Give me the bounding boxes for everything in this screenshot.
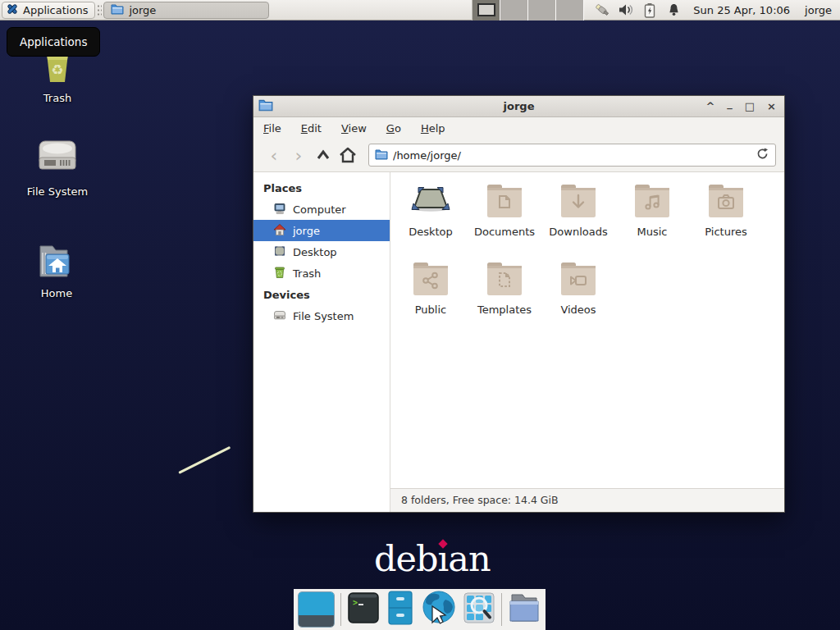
sidebar-item-label: Desktop bbox=[293, 246, 337, 258]
taskbar-window-label: jorge bbox=[129, 4, 156, 16]
xfce-logo-icon bbox=[6, 2, 19, 18]
folder-downloads-icon bbox=[557, 182, 600, 223]
applications-menu-label: Applications bbox=[23, 4, 88, 16]
workspace-1[interactable] bbox=[472, 0, 500, 21]
tool-icon[interactable] bbox=[594, 2, 610, 18]
volume-icon[interactable] bbox=[618, 2, 634, 18]
file-label: Desktop bbox=[409, 226, 453, 238]
app-finder-icon bbox=[463, 591, 495, 628]
desktop-icon-home-label: Home bbox=[41, 287, 72, 299]
panel-user-button[interactable]: jorge bbox=[801, 4, 835, 16]
shade-button[interactable]: ^ bbox=[705, 98, 714, 116]
file-label: Public bbox=[415, 304, 446, 316]
web-browser-launcher[interactable] bbox=[421, 590, 457, 629]
harddrive-icon bbox=[34, 135, 80, 182]
show-desktop-icon bbox=[298, 591, 335, 628]
back-button[interactable]: ‹ bbox=[262, 143, 286, 167]
sidebar-item-jorge[interactable]: jorge bbox=[253, 220, 390, 241]
file-item-pictures[interactable]: Pictures bbox=[689, 182, 763, 260]
up-button[interactable] bbox=[311, 143, 336, 167]
sidebar-item-computer[interactable]: Computer bbox=[253, 199, 390, 220]
wordmark-post: an bbox=[448, 538, 490, 579]
folder-music-icon bbox=[631, 182, 673, 223]
folder-icon bbox=[507, 591, 541, 628]
icon-view: Desktop bbox=[390, 172, 784, 512]
minimize-button[interactable]: _ bbox=[727, 98, 733, 116]
statusbar: 8 folders, Free space: 14.4 GiB bbox=[390, 488, 784, 512]
menu-file[interactable]: File bbox=[263, 122, 281, 135]
sidebar: Places Computer bbox=[253, 172, 390, 512]
wordmark-i: ı bbox=[438, 538, 449, 579]
file-manager-icon bbox=[386, 591, 415, 628]
file-item-music[interactable]: Music bbox=[615, 182, 689, 260]
debian-wordmark: debıan bbox=[374, 538, 491, 579]
file-label: Downloads bbox=[549, 226, 607, 238]
dock-separator bbox=[340, 593, 341, 626]
file-item-videos[interactable]: Videos bbox=[541, 260, 615, 338]
workspace-3[interactable] bbox=[528, 0, 556, 21]
reload-icon[interactable] bbox=[756, 147, 769, 164]
menu-view[interactable]: View bbox=[341, 122, 367, 135]
desktop-icon-home[interactable]: Home bbox=[14, 241, 99, 299]
terminal-launcher[interactable]: > bbox=[347, 591, 380, 628]
sidebar-item-file-system[interactable]: File System bbox=[253, 305, 390, 326]
path-folder-icon bbox=[375, 148, 388, 163]
sidebar-item-label: Computer bbox=[293, 203, 346, 216]
menubar: File Edit View Go Help bbox=[253, 117, 784, 139]
folder-launcher[interactable] bbox=[507, 591, 541, 628]
show-desktop-button[interactable] bbox=[298, 591, 335, 628]
desktop-icon bbox=[409, 182, 452, 223]
menu-help[interactable]: Help bbox=[421, 122, 445, 135]
forward-button[interactable]: › bbox=[286, 143, 311, 167]
workspace-4[interactable] bbox=[556, 0, 584, 21]
stray-line-artifact bbox=[178, 446, 231, 474]
web-browser-icon bbox=[421, 590, 457, 629]
desktop: Applications jorge bbox=[0, 0, 840, 630]
file-item-desktop[interactable]: Desktop bbox=[394, 182, 468, 260]
file-item-downloads[interactable]: Downloads bbox=[541, 182, 615, 260]
desktop-icon-file-system-label: File System bbox=[27, 185, 88, 198]
file-item-templates[interactable]: Templates bbox=[468, 260, 541, 338]
bell-icon[interactable] bbox=[665, 2, 682, 18]
folder-templates-icon bbox=[483, 260, 526, 301]
system-tray bbox=[594, 2, 682, 18]
top-panel: Applications jorge bbox=[0, 0, 840, 21]
computer-icon bbox=[273, 202, 286, 217]
user-home-icon bbox=[273, 223, 286, 239]
panel-clock[interactable]: Sun 25 Apr, 10:06 bbox=[693, 4, 790, 16]
titlebar[interactable]: jorge ^ _ □ × bbox=[253, 96, 784, 117]
maximize-button[interactable]: □ bbox=[745, 98, 755, 116]
file-label: Pictures bbox=[705, 226, 746, 238]
terminal-icon: > bbox=[347, 591, 380, 628]
file-label: Documents bbox=[474, 226, 535, 238]
file-item-documents[interactable]: Documents bbox=[468, 182, 541, 260]
up-arrow-icon bbox=[315, 148, 331, 162]
panel-grip[interactable] bbox=[97, 4, 102, 16]
blue-folder-icon bbox=[111, 3, 124, 17]
home-button[interactable] bbox=[336, 143, 360, 167]
close-button[interactable]: × bbox=[767, 98, 776, 116]
app-finder-launcher[interactable] bbox=[463, 591, 495, 628]
file-manager-launcher[interactable] bbox=[386, 591, 415, 628]
battery-icon[interactable] bbox=[641, 2, 658, 18]
applications-menu-button[interactable]: Applications bbox=[2, 2, 95, 19]
desktop-icon-file-system[interactable]: File System bbox=[15, 135, 100, 198]
home-folder-icon bbox=[35, 241, 78, 284]
window-title: jorge bbox=[253, 100, 784, 112]
dock-separator bbox=[501, 593, 502, 626]
sidebar-item-label: Trash bbox=[293, 267, 321, 280]
menu-edit[interactable]: Edit bbox=[301, 122, 322, 135]
workspace-2[interactable] bbox=[500, 0, 528, 21]
svg-text:♻: ♻ bbox=[51, 62, 63, 78]
file-label: Templates bbox=[477, 304, 532, 316]
menu-go[interactable]: Go bbox=[386, 122, 401, 135]
sidebar-item-desktop[interactable]: Desktop bbox=[253, 241, 390, 262]
applications-tooltip: Applications bbox=[7, 27, 100, 57]
path-input[interactable] bbox=[393, 149, 751, 162]
file-item-public[interactable]: Public bbox=[394, 260, 468, 338]
file-label: Videos bbox=[560, 304, 596, 316]
file-manager-window: jorge ^ _ □ × File Edit View Go Help ‹ › bbox=[253, 95, 785, 513]
taskbar-window-button[interactable]: jorge bbox=[103, 2, 269, 19]
sidebar-item-trash[interactable]: Trash bbox=[253, 262, 390, 284]
home-icon bbox=[339, 147, 357, 163]
